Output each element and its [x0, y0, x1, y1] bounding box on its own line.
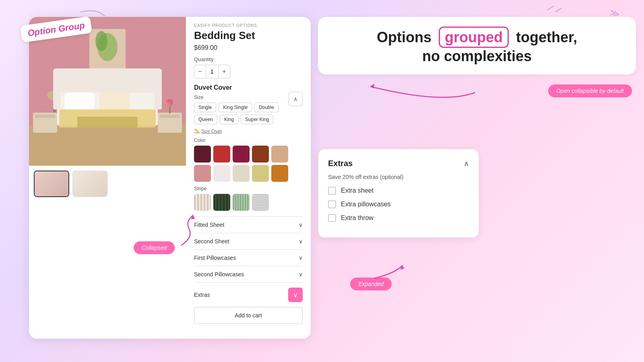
product-price: $699.00: [194, 44, 303, 51]
second-pillowcases-section[interactable]: Second Pillowcases ∨: [194, 266, 303, 282]
extra-sheet-checkbox[interactable]: [328, 187, 336, 195]
extras-panel-title: Extras: [328, 159, 353, 168]
color-label: Color: [194, 138, 303, 143]
collapsed-badge: Collapsed: [134, 241, 175, 254]
size-options: Single King Single Double Queen King Sup…: [194, 103, 303, 124]
stripe-swatch-4[interactable]: [252, 194, 269, 211]
svg-rect-20: [160, 115, 180, 118]
headline-box: Options grouped together, no complexitie…: [318, 17, 636, 74]
extra-item-sheet: Extra sheet: [328, 187, 469, 195]
product-thumbnails: [29, 166, 186, 202]
stripe-grid: [194, 194, 303, 211]
color-swatch-7[interactable]: [213, 165, 230, 182]
color-grid: [194, 146, 303, 182]
extra-pillowcases-label: Extra pillowcases: [341, 201, 391, 208]
product-title: Bedding Set: [194, 29, 303, 42]
size-single[interactable]: Single: [194, 103, 216, 112]
thumbnail-2[interactable]: [72, 171, 108, 197]
stripe-label: Stripe: [194, 186, 303, 191]
extras-label: Extras: [194, 292, 210, 298]
color-swatch-2[interactable]: [213, 146, 230, 162]
svg-point-4: [95, 31, 107, 51]
quantity-label: Quantity: [194, 56, 303, 62]
first-pillowcases-chevron: ∨: [299, 255, 303, 261]
size-king[interactable]: King: [220, 115, 238, 124]
size-super-king[interactable]: Super King: [241, 115, 273, 124]
color-swatch-1[interactable]: [194, 146, 211, 162]
svg-rect-16: [77, 117, 138, 128]
size-double[interactable]: Double: [254, 103, 279, 112]
size-label: Size: [194, 95, 303, 100]
color-swatch-6[interactable]: [194, 165, 211, 182]
headline-line2: no complexities: [334, 48, 620, 65]
color-swatch-9[interactable]: [252, 165, 269, 182]
fitted-sheet-label: Fitted Sheet: [194, 222, 225, 228]
extras-panel-chevron-icon[interactable]: ∧: [464, 159, 469, 168]
quantity-plus-button[interactable]: +: [219, 65, 230, 78]
color-swatch-5[interactable]: [271, 146, 288, 162]
extra-pillowcases-checkbox[interactable]: [328, 200, 336, 208]
stripe-swatch-1[interactable]: [194, 194, 211, 211]
product-card: EASIFY PRODUCT OPTIONS Bedding Set $699.…: [29, 17, 311, 339]
svg-point-23: [165, 102, 170, 107]
fitted-sheet-section[interactable]: Fitted Sheet ∨: [194, 216, 303, 233]
second-pillowcases-label: Second Pillowcases: [194, 271, 244, 278]
size-chart-text: Size Chart: [201, 129, 222, 134]
product-main-image: [29, 17, 186, 166]
right-content: Options grouped together, no complexitie…: [318, 17, 636, 86]
extras-panel: Extras ∧ Save 20% off extras (optional) …: [318, 149, 479, 238]
extras-panel-header: Extras ∧: [328, 159, 469, 168]
extras-save-text: Save 20% off extras (optional): [328, 174, 469, 180]
first-pillowcases-label: First Pillowcases: [194, 255, 236, 261]
product-image-section: [29, 17, 186, 339]
extra-throw-label: Extra throw: [341, 214, 374, 222]
svg-line-27: [547, 6, 553, 10]
headline-grouped-word: grouped: [439, 27, 509, 48]
fitted-sheet-chevron: ∨: [299, 222, 303, 228]
bed-illustration: [29, 17, 186, 166]
collapse-up-button[interactable]: ∧: [288, 92, 303, 106]
add-to-cart-button[interactable]: Add to cart: [194, 307, 303, 324]
color-swatch-3[interactable]: [233, 146, 250, 162]
second-pillowcases-chevron: ∨: [299, 271, 303, 278]
color-swatch-10[interactable]: [271, 165, 288, 182]
quantity-minus-button[interactable]: −: [194, 65, 206, 78]
svg-rect-12: [53, 68, 162, 93]
extra-item-pillowcases: Extra pillowcases: [328, 200, 469, 208]
expanded-badge: Expanded: [350, 278, 392, 290]
second-sheet-label: Second Sheet: [194, 238, 229, 245]
product-details: EASIFY PRODUCT OPTIONS Bedding Set $699.…: [186, 17, 311, 339]
size-king-single[interactable]: King Single: [219, 103, 252, 112]
stripe-swatch-2[interactable]: [213, 194, 230, 211]
color-swatch-4[interactable]: [252, 146, 269, 162]
stripe-swatch-3[interactable]: [233, 194, 250, 211]
second-sheet-chevron: ∨: [299, 238, 303, 245]
headline-together-text: together,: [516, 29, 577, 45]
color-swatch-8[interactable]: [233, 165, 250, 182]
extra-throw-checkbox[interactable]: [328, 214, 336, 222]
open-collapsible-badge: Open collapsible by default: [548, 84, 632, 97]
extra-sheet-label: Extra sheet: [341, 187, 374, 194]
extra-item-throw: Extra throw: [328, 214, 469, 222]
size-chart-link[interactable]: 📏 Size Chart: [194, 128, 303, 134]
second-sheet-section[interactable]: Second Sheet ∨: [194, 233, 303, 249]
duvet-cover-label: Duvet Cover: [194, 84, 303, 91]
svg-line-28: [555, 8, 561, 12]
ruler-icon: 📏: [194, 128, 200, 134]
thumbnail-1[interactable]: [34, 171, 69, 197]
extras-row: Extras ∨: [194, 282, 303, 302]
quantity-control: − 1 +: [194, 65, 230, 78]
svg-marker-26: [400, 265, 404, 269]
first-pillowcases-section[interactable]: First Pillowcases ∨: [194, 249, 303, 266]
svg-rect-18: [35, 115, 55, 118]
extras-expand-button[interactable]: ∨: [288, 288, 303, 302]
easify-label: EASIFY PRODUCT OPTIONS: [194, 23, 303, 28]
quantity-value: 1: [206, 65, 219, 78]
size-queen[interactable]: Queen: [194, 115, 217, 124]
headline-options-text: Options: [377, 29, 436, 45]
